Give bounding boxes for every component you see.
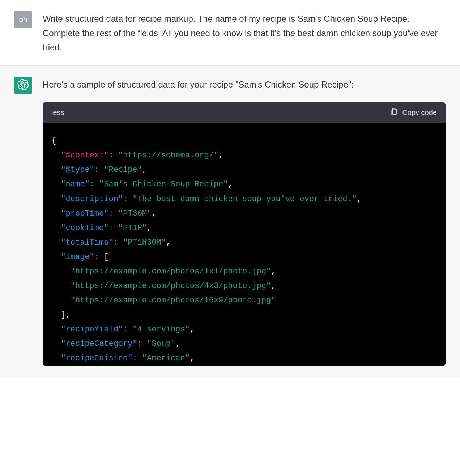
svg-rect-0 — [393, 109, 397, 115]
code-header: less Copy code — [43, 102, 446, 123]
assistant-message-content: Here's a sample of structured data for y… — [43, 77, 446, 366]
code-block: less Copy code { "@context": "https://sc… — [43, 102, 446, 366]
user-avatar-label: ON — [19, 17, 27, 23]
user-message-block: ON Write structured data for recipe mark… — [0, 0, 460, 65]
copy-code-button[interactable]: Copy code — [390, 108, 437, 118]
openai-logo-icon — [17, 79, 29, 92]
assistant-intro-text: Here's a sample of structured data for y… — [43, 77, 446, 92]
code-body[interactable]: { "@context": "https://schema.org/", "@t… — [43, 123, 446, 366]
code-language-label: less — [51, 107, 64, 119]
assistant-avatar — [14, 77, 32, 94]
user-message-text: Write structured data for recipe markup.… — [43, 11, 446, 55]
copy-code-label: Copy code — [402, 109, 437, 117]
clipboard-icon — [390, 108, 398, 118]
user-avatar: ON — [14, 11, 32, 28]
assistant-message-block: Here's a sample of structured data for y… — [0, 65, 460, 377]
